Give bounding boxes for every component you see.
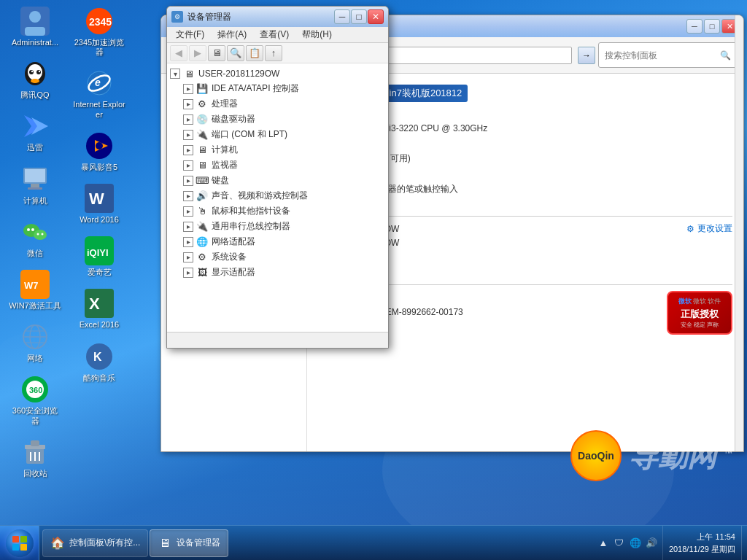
dm-tree-item-12[interactable]: ▸ 🖼 显示适配器	[180, 265, 388, 280]
desktop-icon-admin[interactable]: Administrat...	[6, 4, 64, 50]
dm-tree-item-7[interactable]: ▸ 🔊 声音、视频和游戏控制器	[180, 188, 388, 203]
svg-point-7	[31, 71, 33, 72]
win7tool-icon: W7	[20, 270, 50, 299]
dm-icon-10: 🌐	[196, 236, 209, 248]
devmgr-menu-view[interactable]: 查看(V)	[254, 27, 295, 42]
desktop-icon-word[interactable]: W Word 2016	[70, 181, 128, 228]
devmgr-scan-tool[interactable]: 🔍	[227, 45, 244, 61]
svg-text:iQIYI: iQIYI	[87, 247, 109, 258]
dm-expand-6[interactable]: ▸	[183, 176, 193, 186]
taskbar-item-controlpanel[interactable]: 🏠 控制面板\所有控...	[42, 529, 148, 557]
devmgr-maximize-button[interactable]: □	[351, 9, 367, 24]
svg-rect-57	[20, 544, 27, 551]
change-settings-text: 更改设置	[697, 222, 732, 235]
taskbar-clock[interactable]: 上午 11:54 2018/11/29 星期四	[662, 526, 741, 560]
desktop-icon-baofeng[interactable]: 暴风影音5	[70, 128, 128, 175]
cp-maximize-button[interactable]: □	[704, 19, 720, 34]
dm-expand-7[interactable]: ▸	[183, 191, 193, 201]
devmgr-root-expand[interactable]: ▾	[170, 69, 180, 79]
svg-point-17	[34, 230, 47, 240]
desktop-icon-wechat[interactable]: 微信	[6, 214, 64, 261]
badge-licensed-text: 正版授权	[681, 308, 719, 321]
xunlei-icon-label: 迅雷	[27, 143, 43, 152]
dm-icon-4: 🖥	[196, 144, 209, 156]
devmgr-menu-file[interactable]: 文件(F)	[170, 27, 210, 42]
desktop-icon-360[interactable]: 360 360安全浏览器	[6, 372, 64, 428]
dm-expand-4[interactable]: ▸	[183, 145, 193, 155]
tray-shield-icon[interactable]: 🛡	[613, 537, 626, 550]
devmgr-close-button[interactable]: ✕	[368, 9, 384, 24]
desktop-icon-kugou[interactable]: K 酷狗音乐	[70, 339, 128, 386]
desktop-icon-excel[interactable]: X Excel 2016	[70, 286, 128, 332]
dm-tree-item-9[interactable]: ▸ 🔌 通用串行总线控制器	[180, 219, 388, 234]
svg-rect-2	[25, 27, 45, 36]
devmgr-back-tool[interactable]: ◀	[170, 45, 187, 61]
svg-text:W7: W7	[24, 280, 39, 291]
dm-tree-item-5[interactable]: ▸ 🖥 监视器	[180, 158, 388, 173]
devmgr-tree[interactable]: ▾ 🖥 USER-20181129OW ▸ 💾 IDE ATA/ATAPI 控制…	[167, 63, 388, 332]
devmgr-menu-action[interactable]: 操作(A)	[212, 27, 252, 42]
desktop-icon-ie[interactable]: e Internet Explorer	[70, 66, 128, 122]
desktop-icon-computer[interactable]: 计算机	[6, 162, 64, 209]
cp-minimize-button[interactable]: ─	[686, 19, 703, 34]
svg-rect-34	[31, 440, 39, 446]
dm-expand-10[interactable]: ▸	[183, 237, 193, 247]
desktop-icon-list: Administrat... 腾讯QQ	[6, 4, 71, 499]
scrollbar[interactable]	[735, 15, 743, 451]
dm-tree-item-8[interactable]: ▸ 🖱 鼠标和其他指针设备	[180, 203, 388, 219]
dm-tree-item-3[interactable]: ▸ 🔌 端口 (COM 和 LPT)	[180, 127, 388, 142]
dm-tree-item-0[interactable]: ▸ 💾 IDE ATA/ATAPI 控制器	[180, 81, 388, 96]
dm-expand-9[interactable]: ▸	[183, 222, 193, 232]
tray-network-icon[interactable]: 🌐	[629, 537, 642, 550]
dm-expand-12[interactable]: ▸	[183, 268, 193, 278]
devmgr-properties-tool[interactable]: 📋	[246, 45, 263, 61]
change-settings-link[interactable]: ⚙ 更改设置	[686, 222, 732, 235]
show-desktop-button[interactable]	[741, 526, 747, 560]
search-input[interactable]	[605, 50, 714, 61]
dm-tree-item-1[interactable]: ▸ ⚙ 处理器	[180, 96, 388, 112]
desktop-icon-iqiyi[interactable]: iQIYI 爱奇艺	[70, 233, 128, 280]
wechat-icon-label: 微信	[27, 249, 43, 258]
taskbar-item-devmgr[interactable]: 🖥 设备管理器	[150, 529, 228, 557]
dm-label-8: 鼠标和其他指针设备	[212, 205, 290, 217]
svg-point-5	[29, 70, 34, 74]
watermark-tm: ™	[724, 448, 732, 459]
dm-label-0: IDE ATA/ATAPI 控制器	[212, 82, 299, 95]
desktop-icon-xunlei[interactable]: 迅雷	[6, 109, 64, 155]
dm-expand-2[interactable]: ▸	[183, 114, 193, 125]
dm-expand-11[interactable]: ▸	[183, 252, 193, 262]
dm-expand-3[interactable]: ▸	[183, 130, 193, 140]
devmgr-update-tool[interactable]: ↑	[265, 45, 282, 61]
dm-icon-5: 🖥	[196, 160, 209, 171]
taskbar-time: 上午 11:54	[669, 531, 735, 543]
svg-point-20	[37, 233, 39, 235]
dm-tree-item-4[interactable]: ▸ 🖥 计算机	[180, 142, 388, 158]
desktop-icon-win7tool[interactable]: W7 WIN7激活工具	[6, 267, 64, 314]
cp-window-controls: ─ □ ✕	[686, 19, 738, 34]
devmgr-minimize-button[interactable]: ─	[334, 9, 350, 24]
baofeng-icon-label: 暴风影音5	[81, 163, 117, 172]
devmgr-computer-tool[interactable]: 🖥	[208, 45, 225, 61]
desktop-icon-recycle[interactable]: 回收站	[6, 435, 64, 481]
dm-tree-item-6[interactable]: ▸ ⌨ 键盘	[180, 173, 388, 188]
dm-expand-1[interactable]: ▸	[183, 99, 193, 109]
dm-tree-item-2[interactable]: ▸ 💿 磁盘驱动器	[180, 112, 388, 127]
dm-expand-8[interactable]: ▸	[183, 206, 193, 217]
devmgr-menu-help[interactable]: 帮助(H)	[296, 27, 338, 42]
start-orb	[6, 529, 34, 557]
start-button[interactable]	[0, 526, 39, 561]
desktop-icon-qq[interactable]: 腾讯QQ	[6, 56, 64, 103]
dm-tree-item-10[interactable]: ▸ 🌐 网络适配器	[180, 234, 388, 249]
tray-volume-icon[interactable]: 🔊	[645, 537, 658, 550]
dm-icon-0: 💾	[196, 83, 209, 95]
devmgr-root-item[interactable]: ▾ 🖥 USER-20181129OW	[167, 66, 388, 81]
tray-arrow-icon[interactable]: ▲	[597, 537, 610, 550]
devmgr-forward-tool[interactable]: ▶	[189, 45, 206, 61]
dm-expand-5[interactable]: ▸	[183, 160, 193, 171]
dm-expand-0[interactable]: ▸	[183, 84, 193, 94]
desktop-icon-network[interactable]: 网络	[6, 319, 64, 366]
desktop-icon-2345[interactable]: 2345 2345加速浏览器	[70, 4, 128, 60]
dm-tree-item-11[interactable]: ▸ ⚙ 系统设备	[180, 249, 388, 265]
recycle-icon-label: 回收站	[23, 469, 47, 478]
address-go-button[interactable]: →	[578, 47, 595, 64]
